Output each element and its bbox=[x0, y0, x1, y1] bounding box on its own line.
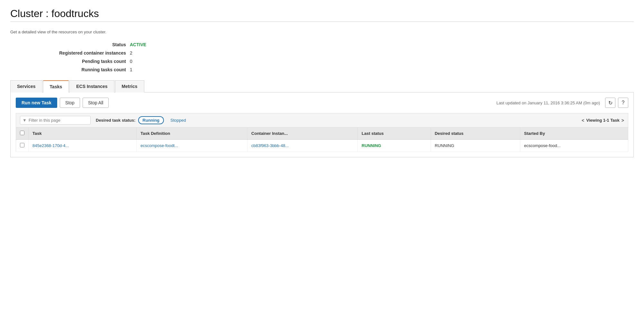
row-checkbox[interactable] bbox=[20, 143, 24, 147]
task-definition-link[interactable]: ecscompose-foodt... bbox=[140, 143, 178, 148]
desired-status-group: Desired task status: Running Stopped bbox=[96, 116, 190, 124]
registered-instances-row: Registered container instances 2 bbox=[36, 50, 634, 56]
col-header-container-instance: Container Instan... bbox=[247, 127, 358, 140]
row-task-cell: 845e2368-170d-4... bbox=[29, 140, 137, 152]
tasks-panel: Run new Task Stop Stop All Last updated … bbox=[10, 92, 634, 157]
col-header-task: Task bbox=[29, 127, 137, 140]
status-value: ACTIVE bbox=[130, 42, 146, 47]
row-started-by-cell: ecscompose-food... bbox=[520, 140, 628, 152]
row-container-instance-cell: cb83f963-3bbb-48... bbox=[247, 140, 358, 152]
registered-instances-label: Registered container instances bbox=[36, 50, 126, 56]
status-row: Status ACTIVE bbox=[36, 42, 634, 47]
stop-button[interactable]: Stop bbox=[60, 98, 80, 108]
row-last-status-cell: RUNNING bbox=[358, 140, 431, 152]
col-header-checkbox bbox=[16, 127, 29, 140]
help-button[interactable]: ? bbox=[618, 98, 628, 108]
table-header-row: Task Task Definition Container Instan...… bbox=[16, 127, 628, 140]
desired-status-label: Desired task status: bbox=[96, 118, 136, 123]
started-by-value: ecscompose-food... bbox=[524, 143, 560, 148]
filter-row: ▼ Desired task status: Running Stopped <… bbox=[16, 113, 628, 127]
filter-input[interactable] bbox=[20, 116, 91, 125]
container-instance-link[interactable]: cb83f963-3bbb-48... bbox=[251, 143, 289, 148]
status-running-button[interactable]: Running bbox=[138, 116, 164, 124]
table-row: 845e2368-170d-4... ecscompose-foodt... c… bbox=[16, 140, 628, 152]
tab-metrics[interactable]: Metrics bbox=[115, 80, 144, 92]
stop-all-button[interactable]: Stop All bbox=[83, 98, 109, 108]
row-desired-status-cell: RUNNING bbox=[431, 140, 520, 152]
pending-tasks-value: 0 bbox=[130, 59, 132, 64]
row-task-definition-cell: ecscompose-foodt... bbox=[137, 140, 247, 152]
next-page-arrow[interactable]: > bbox=[622, 118, 624, 123]
row-checkbox-cell bbox=[16, 140, 29, 152]
tasks-table: Task Task Definition Container Instan...… bbox=[16, 127, 628, 152]
tab-ecs-instances[interactable]: ECS Instances bbox=[69, 80, 114, 92]
pending-tasks-row: Pending tasks count 0 bbox=[36, 59, 634, 64]
running-tasks-row: Running tasks count 1 bbox=[36, 67, 634, 72]
last-status-value: RUNNING bbox=[362, 143, 381, 148]
running-tasks-value: 1 bbox=[130, 67, 132, 72]
viewing-info: < Viewing 1-1 Task > bbox=[582, 118, 624, 123]
col-header-started-by: Started By bbox=[520, 127, 628, 140]
page-subtitle: Get a detailed view of the resources on … bbox=[10, 30, 634, 34]
running-tasks-label: Running tasks count bbox=[36, 67, 126, 72]
status-stopped-button[interactable]: Stopped bbox=[166, 117, 190, 124]
title-divider bbox=[10, 22, 634, 22]
prev-page-arrow[interactable]: < bbox=[582, 118, 584, 123]
tabs-container: Services Tasks ECS Instances Metrics bbox=[10, 80, 634, 92]
col-header-task-definition: Task Definition bbox=[137, 127, 247, 140]
col-header-desired-status: Desired status bbox=[431, 127, 520, 140]
select-all-checkbox[interactable] bbox=[20, 131, 24, 135]
filter-input-wrap: ▼ bbox=[20, 116, 91, 125]
toolbar: Run new Task Stop Stop All Last updated … bbox=[16, 98, 628, 108]
cluster-info: Status ACTIVE Registered container insta… bbox=[10, 42, 634, 72]
run-new-task-button[interactable]: Run new Task bbox=[16, 98, 57, 108]
status-label: Status bbox=[36, 42, 126, 47]
page-title: Cluster : foodtrucks bbox=[10, 8, 634, 20]
col-header-last-status: Last status bbox=[358, 127, 431, 140]
filter-icon: ▼ bbox=[22, 118, 27, 123]
viewing-label: Viewing 1-1 Task bbox=[586, 118, 620, 123]
desired-status-value: RUNNING bbox=[435, 143, 454, 148]
registered-instances-value: 2 bbox=[130, 50, 132, 56]
refresh-button[interactable]: ↻ bbox=[605, 98, 615, 108]
tab-tasks[interactable]: Tasks bbox=[43, 80, 69, 92]
tab-services[interactable]: Services bbox=[10, 80, 42, 92]
last-updated-text: Last updated on January 11, 2016 3:36:25… bbox=[496, 100, 600, 105]
pending-tasks-label: Pending tasks count bbox=[36, 59, 126, 64]
task-link[interactable]: 845e2368-170d-4... bbox=[32, 143, 69, 148]
